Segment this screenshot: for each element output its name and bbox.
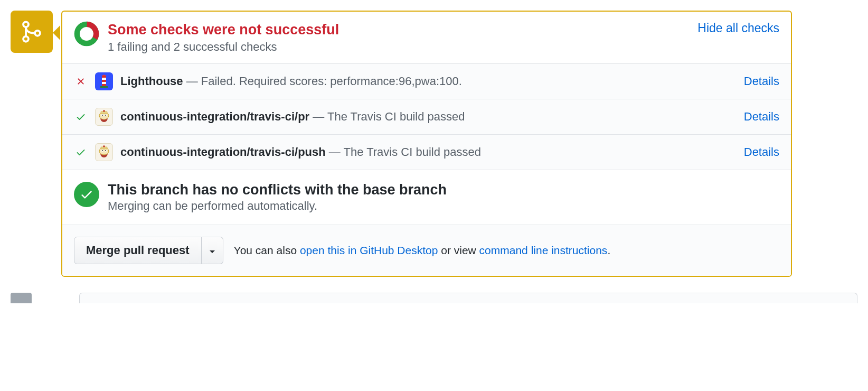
svg-rect-12	[101, 111, 107, 114]
svg-rect-10	[100, 86, 108, 88]
check-text: Lighthouse — Failed. Required scores: pe…	[120, 75, 737, 88]
hide-all-checks-link[interactable]: Hide all checks	[697, 21, 779, 35]
check-description: Failed. Required scores: performance:96,…	[201, 75, 462, 88]
comment-box-stub	[79, 293, 857, 303]
checks-summary-subtitle: 1 failing and 2 successful checks	[108, 40, 339, 54]
check-text: continuous-integration/travis-ci/push — …	[120, 145, 737, 159]
check-details-link[interactable]: Details	[744, 145, 779, 159]
check-row: Lighthouse — Failed. Required scores: pe…	[62, 63, 791, 99]
travis-avatar	[95, 143, 113, 161]
check-details-link[interactable]: Details	[744, 75, 779, 88]
merge-pull-request-button[interactable]: Merge pull request	[74, 237, 202, 264]
caret-down-icon	[209, 250, 215, 254]
comment-stub	[11, 293, 857, 303]
svg-point-1	[23, 36, 29, 42]
success-circle-icon	[74, 182, 99, 207]
merge-options-dropdown[interactable]	[202, 237, 223, 264]
open-github-desktop-link[interactable]: open this in GitHub Desktop	[300, 244, 438, 256]
status-donut-icon	[74, 21, 99, 46]
svg-rect-19	[101, 147, 107, 149]
svg-rect-13	[103, 110, 105, 112]
check-details-link[interactable]: Details	[744, 110, 779, 124]
check-row: continuous-integration/travis-ci/pr — Th…	[62, 99, 791, 134]
merge-timeline-badge	[11, 11, 53, 53]
check-icon	[74, 147, 88, 157]
svg-rect-20	[103, 146, 105, 147]
svg-point-22	[102, 150, 103, 151]
svg-rect-8	[102, 84, 106, 86]
svg-marker-9	[101, 75, 107, 76]
svg-point-4	[77, 24, 96, 43]
checks-summary-title: Some checks were not successful	[108, 21, 339, 38]
check-name: continuous-integration/travis-ci/push	[120, 145, 326, 159]
check-icon	[74, 111, 88, 122]
check-name: Lighthouse	[120, 75, 183, 88]
checks-summary: Some checks were not successful 1 failin…	[62, 12, 791, 63]
svg-point-15	[102, 115, 103, 116]
conflict-title: This branch has no conflicts with the ba…	[108, 182, 447, 198]
svg-point-17	[105, 115, 106, 116]
svg-point-2	[35, 31, 40, 36]
check-text: continuous-integration/travis-ci/pr — Th…	[120, 110, 737, 124]
svg-point-24	[105, 150, 106, 151]
x-icon	[74, 76, 88, 87]
check-description: The Travis CI build passed	[327, 110, 465, 123]
command-line-instructions-link[interactable]: command line instructions	[479, 244, 608, 256]
travis-avatar	[95, 108, 113, 126]
check-name: continuous-integration/travis-ci/pr	[120, 110, 309, 123]
lighthouse-avatar	[95, 72, 113, 90]
avatar	[11, 293, 32, 303]
merge-hint-text: You can also open this in GitHub Desktop…	[234, 244, 611, 257]
check-description: The Travis CI build passed	[344, 145, 481, 159]
svg-point-0	[23, 22, 29, 27]
git-merge-icon	[20, 20, 43, 43]
check-row: continuous-integration/travis-ci/push — …	[62, 134, 791, 170]
merge-action-bar: Merge pull request You can also open thi…	[62, 225, 791, 276]
conflict-subtitle: Merging can be performed automatically.	[108, 199, 447, 213]
merge-conflict-status: This branch has no conflicts with the ba…	[62, 170, 791, 225]
merge-status-panel: Some checks were not successful 1 failin…	[61, 11, 792, 277]
merge-button-group: Merge pull request	[74, 237, 223, 264]
svg-rect-7	[102, 80, 106, 82]
